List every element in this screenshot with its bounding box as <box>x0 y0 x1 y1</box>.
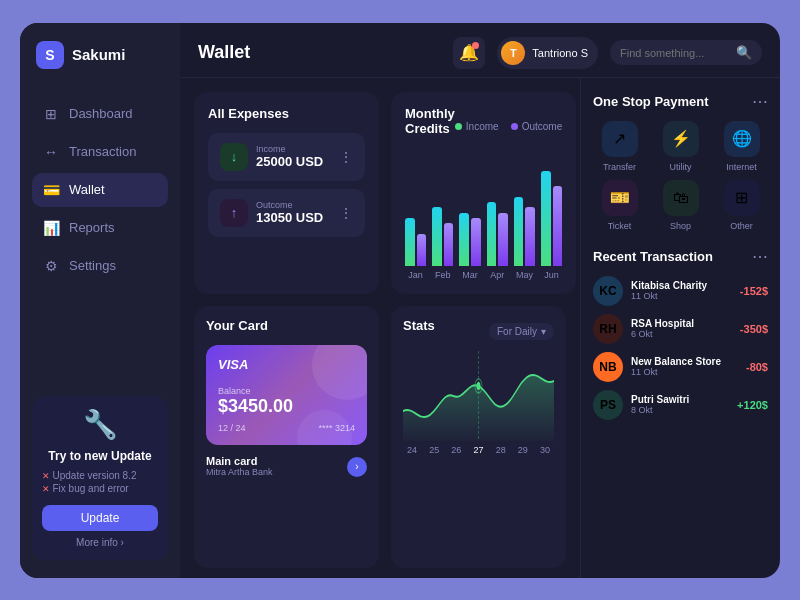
payment-item-other[interactable]: ⊞ Other <box>715 180 768 231</box>
txn-amount: -152$ <box>740 285 768 297</box>
txn-date: 11 Okt <box>631 291 732 301</box>
txn-name: New Balance Store <box>631 356 738 367</box>
expenses-card: All Expenses ↓ Income 25000 USD ⋮ <box>194 92 379 294</box>
payment-item-shop[interactable]: 🛍 Shop <box>654 180 707 231</box>
txn-avatar: KC <box>593 276 623 306</box>
chart-group-feb <box>432 207 453 265</box>
transaction-item[interactable]: NB New Balance Store 11 Okt -80$ <box>593 352 768 382</box>
logo-icon: S <box>36 41 64 69</box>
update-button[interactable]: Update <box>42 505 158 531</box>
outcome-icon: ↑ <box>220 199 248 227</box>
user-name: Tantriono S <box>532 47 588 59</box>
header: Wallet 🔔 T Tantriono S 🔍 <box>180 23 780 78</box>
sidebar-item-settings[interactable]: ⚙Settings <box>32 249 168 283</box>
monthly-title: Monthly Credits <box>405 106 455 136</box>
payment-title: One Stop Payment <box>593 94 709 109</box>
center-panel: All Expenses ↓ Income 25000 USD ⋮ <box>180 78 580 578</box>
stats-filter[interactable]: For Daily ▾ <box>489 323 554 340</box>
update-list: Update version 8.2Fix bug and error <box>42 469 158 495</box>
income-bar <box>487 202 497 265</box>
search-input[interactable] <box>620 47 730 59</box>
payment-item-utility[interactable]: ⚡ Utility <box>654 121 707 172</box>
income-menu[interactable]: ⋮ <box>339 149 353 165</box>
expenses-title: All Expenses <box>208 106 365 121</box>
payment-icon: ↗ <box>602 121 638 157</box>
sidebar-item-transaction[interactable]: ↔Transaction <box>32 135 168 169</box>
payment-label: Utility <box>670 162 692 172</box>
logo-text: Sakumi <box>72 46 125 63</box>
card-number: **** 3214 <box>318 423 355 433</box>
income-icon: ↓ <box>220 143 248 171</box>
chart-label-jun: Jun <box>541 270 562 280</box>
payment-icon: ⚡ <box>663 121 699 157</box>
one-stop-payment: One Stop Payment ⋯ ↗ Transfer ⚡ Utility … <box>593 92 768 235</box>
bottom-row: Your Card VISA Balance $3450.00 12 / 24 … <box>194 306 566 568</box>
payment-item-ticket[interactable]: 🎫 Ticket <box>593 180 646 231</box>
transaction-item[interactable]: KC Kitabisa Charity 11 Okt -152$ <box>593 276 768 306</box>
search-icon[interactable]: 🔍 <box>736 45 752 60</box>
txn-amount: -80$ <box>746 361 768 373</box>
payment-icon: 🎫 <box>602 180 638 216</box>
txn-info: Putri Sawitri 8 Okt <box>631 394 729 415</box>
card-info: Main card Mitra Artha Bank › <box>206 455 367 477</box>
visa-card: VISA Balance $3450.00 12 / 24 **** 3214 <box>206 345 367 445</box>
sidebar-item-wallet[interactable]: 💳Wallet <box>32 173 168 207</box>
transaction-item[interactable]: RH RSA Hospital 6 Okt -350$ <box>593 314 768 344</box>
logo: S Sakumi <box>32 41 168 69</box>
payment-item-transfer[interactable]: ↗ Transfer <box>593 121 646 172</box>
main-content: Wallet 🔔 T Tantriono S 🔍 <box>180 23 780 578</box>
payment-more[interactable]: ⋯ <box>752 92 768 111</box>
user-profile[interactable]: T Tantriono S <box>497 37 598 69</box>
stats-label: 27 <box>473 445 483 455</box>
outcome-bar <box>444 223 454 265</box>
outcome-label: Outcome <box>256 200 323 210</box>
monthly-credits-card: Monthly Credits Income Outcome <box>391 92 576 294</box>
card-name: Main card <box>206 455 273 467</box>
txn-avatar: PS <box>593 390 623 420</box>
stats-label: 24 <box>407 445 417 455</box>
more-info-link[interactable]: More info › <box>42 537 158 548</box>
transaction-list: KC Kitabisa Charity 11 Okt -152$ RH RSA … <box>593 276 768 420</box>
notification-button[interactable]: 🔔 <box>453 37 485 69</box>
txn-avatar: RH <box>593 314 623 344</box>
txn-date: 11 Okt <box>631 367 738 377</box>
payment-label: Other <box>730 221 753 231</box>
stats-label: 30 <box>540 445 550 455</box>
txn-info: New Balance Store 11 Okt <box>631 356 738 377</box>
search-bar: 🔍 <box>610 40 762 65</box>
transactions-more[interactable]: ⋯ <box>752 247 768 266</box>
income-bar <box>514 197 524 266</box>
payment-item-internet[interactable]: 🌐 Internet <box>715 121 768 172</box>
transaction-item[interactable]: PS Putri Sawitri 8 Okt +120$ <box>593 390 768 420</box>
outcome-amount: 13050 USD <box>256 210 323 225</box>
income-bar <box>405 218 415 266</box>
txn-amount: +120$ <box>737 399 768 411</box>
income-bar <box>541 171 551 266</box>
txn-name: Kitabisa Charity <box>631 280 732 291</box>
stats-chart <box>403 351 554 441</box>
txn-name: RSA Hospital <box>631 318 732 329</box>
nav-menu: ⊞Dashboard↔Transaction💳Wallet📊Reports⚙Se… <box>32 97 168 287</box>
outcome-bar <box>417 234 427 266</box>
stats-section: Stats For Daily ▾ <box>391 306 566 568</box>
update-list-item: Update version 8.2 <box>42 469 158 482</box>
txn-date: 6 Okt <box>631 329 732 339</box>
outcome-menu[interactable]: ⋮ <box>339 205 353 221</box>
visa-logo: VISA <box>218 357 355 372</box>
sidebar-item-reports[interactable]: 📊Reports <box>32 211 168 245</box>
outcome-bar <box>471 218 481 266</box>
sidebar: S Sakumi ⊞Dashboard↔Transaction💳Wallet📊R… <box>20 23 180 578</box>
page-title: Wallet <box>198 42 453 63</box>
update-list-item: Fix bug and error <box>42 482 158 495</box>
sidebar-item-dashboard[interactable]: ⊞Dashboard <box>32 97 168 131</box>
payment-grid: ↗ Transfer ⚡ Utility 🌐 Internet 🎫 Ticket… <box>593 121 768 231</box>
recent-transactions: Recent Transaction ⋯ KC Kitabisa Charity… <box>593 247 768 420</box>
bank-name: Mitra Artha Bank <box>206 467 273 477</box>
chart-group-jan <box>405 218 426 266</box>
card-next-button[interactable]: › <box>347 457 367 477</box>
stats-label: 26 <box>451 445 461 455</box>
txn-info: RSA Hospital 6 Okt <box>631 318 732 339</box>
stats-title: Stats <box>403 318 435 333</box>
chart-label-apr: Apr <box>487 270 508 280</box>
sidebar-update-card: 🔧 Try to new Update Update version 8.2Fi… <box>32 396 168 560</box>
